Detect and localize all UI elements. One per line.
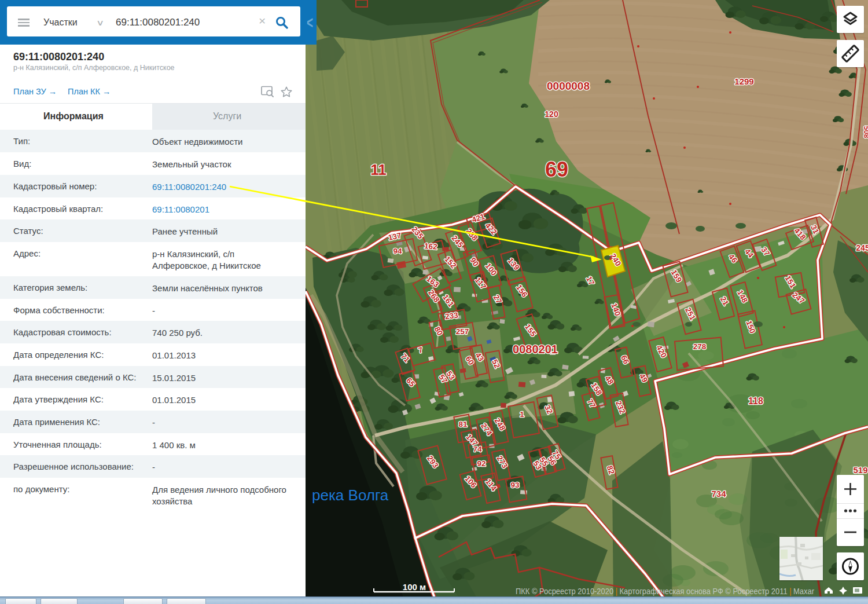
svg-text:94: 94 — [393, 247, 402, 255]
svg-text:162: 162 — [424, 241, 438, 251]
svg-text:233: 233 — [444, 310, 459, 321]
svg-text:1299: 1299 — [734, 76, 753, 86]
svg-text:508: 508 — [862, 126, 868, 138]
svg-text:93: 93 — [510, 481, 520, 489]
svg-text:0080201: 0080201 — [513, 343, 558, 356]
svg-text:0000008: 0000008 — [547, 80, 590, 92]
svg-text:278: 278 — [693, 342, 707, 351]
svg-text:118: 118 — [748, 396, 763, 406]
svg-text:734: 734 — [711, 489, 726, 499]
svg-text:69: 69 — [545, 158, 568, 181]
svg-text:11: 11 — [370, 161, 387, 178]
svg-text:81: 81 — [458, 420, 468, 429]
svg-text:100 м: 100 м — [403, 582, 426, 592]
svg-text:ПКК © Росреестр 2010-2020 | Ка: ПКК © Росреестр 2010-2020 | Картографиче… — [516, 587, 814, 596]
svg-text:74: 74 — [473, 445, 482, 453]
svg-text:река Волга: река Волга — [312, 486, 389, 504]
svg-text:257: 257 — [456, 327, 469, 336]
svg-text:245: 245 — [856, 243, 868, 252]
svg-text:519: 519 — [853, 465, 867, 475]
svg-text:92: 92 — [477, 459, 486, 468]
svg-text:120: 120 — [545, 109, 558, 119]
svg-text:1: 1 — [520, 410, 524, 419]
